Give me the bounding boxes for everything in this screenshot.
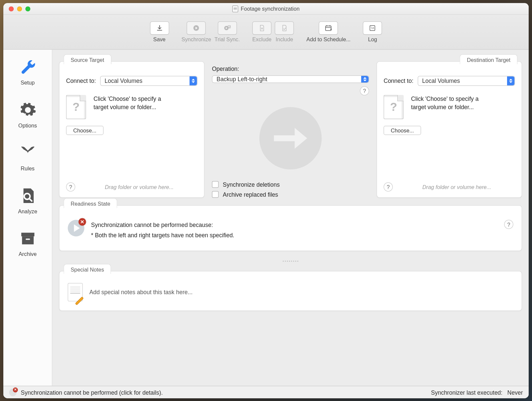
trial-sync-button[interactable] [217, 21, 237, 35]
trial-sync-label: Trial Sync. [214, 36, 240, 43]
source-target-tab: Source Target [64, 54, 111, 64]
play-check-icon [223, 24, 231, 32]
operation-column: Operation: Backup Left-to-right ? Synchr… [212, 61, 369, 198]
exclude-button[interactable] [252, 21, 272, 35]
source-drag-hint: Drag folder or volume here... [81, 184, 198, 190]
file-check-icon [281, 24, 288, 32]
svg-rect-7 [21, 233, 34, 236]
operation-select[interactable]: Backup Left-to-right [212, 75, 369, 83]
operation-help-button[interactable]: ? [360, 86, 369, 96]
destination-target-tab: Destination Target [460, 54, 517, 64]
destination-connect-value: Local Volumes [422, 78, 460, 84]
operation-value: Backup Left-to-right [216, 76, 267, 83]
gear-icon [19, 101, 37, 119]
sidebar-item-options[interactable]: Options [18, 101, 37, 129]
branch-icon [19, 143, 37, 162]
destination-choose-button[interactable]: Choose... [384, 126, 421, 135]
unknown-file-icon: ? [66, 95, 86, 119]
error-badge-icon: ✕ [78, 218, 86, 226]
readiness-text: Synchronization cannot be performed beca… [91, 220, 498, 241]
destination-hint-text: Click 'Choose' to specify a target volum… [411, 95, 486, 111]
readiness-help-button[interactable]: ? [504, 220, 513, 229]
window-title-text: Footage synchronization [241, 5, 300, 12]
sidebar-item-archive[interactable]: Archive [19, 229, 37, 257]
resize-grip[interactable] [59, 259, 522, 264]
svg-rect-3 [326, 26, 332, 30]
direction-arrow-icon [259, 107, 322, 169]
notes-panel: Special Notes Add special notes about th… [59, 271, 522, 311]
sidebar: Setup Options Rules Analyze [3, 50, 53, 386]
source-connect-select[interactable]: Local Volumes [100, 76, 198, 86]
exclude-label: Exclude [252, 36, 272, 43]
destination-help-button[interactable]: ? [384, 182, 393, 192]
destination-connect-select[interactable]: Local Volumes [418, 76, 515, 86]
select-arrows-icon [190, 76, 197, 86]
analyze-icon [19, 186, 37, 205]
status-error-icon: ✕ [9, 388, 17, 396]
log-label: Log [368, 36, 377, 43]
synchronize-label: Synchronize [182, 36, 211, 43]
main-panel: Source Target Connect to: Local Volumes … [53, 50, 529, 386]
app-window: Footage synchronization Save Synchronize [3, 3, 529, 398]
archive-icon [19, 229, 37, 248]
add-schedule-button[interactable] [319, 21, 338, 35]
svg-rect-8 [22, 236, 34, 244]
source-help-button[interactable]: ? [66, 182, 75, 192]
readiness-panel: Readiness State ✕ Synchronization cannot… [59, 205, 522, 251]
readiness-line2: * Both the left and right targets have n… [91, 230, 498, 240]
archive-replaced-checkbox[interactable] [212, 191, 219, 198]
source-connect-value: Local Volumes [105, 78, 143, 84]
sidebar-item-analyze[interactable]: Analyze [18, 186, 37, 214]
readiness-tab: Readiness State [64, 198, 117, 208]
select-arrows-icon [507, 76, 515, 86]
synchronize-button[interactable] [187, 21, 206, 35]
log-icon: \n [369, 24, 376, 32]
sidebar-setup-label: Setup [21, 80, 35, 86]
status-right-label: Synchronizer last executed: [431, 389, 502, 395]
archive-replaced-label: Archive replaced files [223, 191, 278, 198]
titlebar: Footage synchronization [3, 3, 529, 15]
destination-target-panel: Destination Target Connect to: Local Vol… [377, 61, 522, 198]
destination-drag-hint: Drag folder or volume here... [399, 184, 515, 190]
sidebar-item-setup[interactable]: Setup [19, 58, 37, 86]
source-target-panel: Source Target Connect to: Local Volumes … [59, 61, 205, 198]
status-right: Synchronizer last executed: Never [431, 389, 523, 395]
status-right-value: Never [507, 389, 523, 395]
sync-deletions-label: Synchronize deletions [223, 181, 280, 188]
toolbar: Save Synchronize Trial Sync. [3, 15, 529, 50]
window-title: Footage synchronization [3, 5, 529, 12]
include-button[interactable] [275, 21, 294, 35]
file-x-icon [258, 24, 266, 32]
source-connect-label: Connect to: [66, 78, 96, 84]
include-label: Include [276, 36, 293, 43]
destination-connect-label: Connect to: [384, 78, 414, 84]
notes-placeholder[interactable]: Add special notes about this task here..… [89, 289, 193, 296]
sidebar-options-label: Options [18, 122, 37, 129]
targets-row: Source Target Connect to: Local Volumes … [59, 61, 522, 198]
sidebar-analyze-label: Analyze [18, 208, 37, 214]
save-button[interactable] [150, 21, 169, 35]
select-arrows-icon [361, 76, 369, 83]
log-button[interactable]: \n [363, 21, 382, 35]
play-error-icon: ✕ [68, 220, 84, 236]
notes-tab: Special Notes [64, 264, 111, 274]
source-hint-text: Click 'Choose' to specify a target volum… [93, 95, 168, 111]
unknown-file-icon: ? [384, 95, 404, 119]
status-message: Synchronization cannot be performed (cli… [21, 389, 163, 395]
add-schedule-label: Add to Schedule... [307, 36, 351, 43]
download-icon [156, 24, 163, 32]
sidebar-rules-label: Rules [21, 165, 35, 171]
source-choose-button[interactable]: Choose... [66, 126, 104, 135]
svg-text:\n: \n [371, 26, 374, 30]
sync-deletions-checkbox[interactable] [212, 181, 219, 188]
operation-label: Operation: [212, 65, 369, 72]
calendar-plus-icon [325, 24, 332, 32]
readiness-line1: Synchronization cannot be performed beca… [91, 220, 498, 230]
sidebar-item-rules[interactable]: Rules [19, 143, 37, 171]
status-left[interactable]: ✕ Synchronization cannot be performed (c… [9, 388, 163, 396]
play-circle-icon [193, 24, 200, 32]
svg-rect-9 [26, 238, 30, 240]
notes-icon [68, 283, 83, 301]
content-area: Setup Options Rules Analyze [3, 50, 529, 386]
status-bar: ✕ Synchronization cannot be performed (c… [3, 386, 529, 398]
